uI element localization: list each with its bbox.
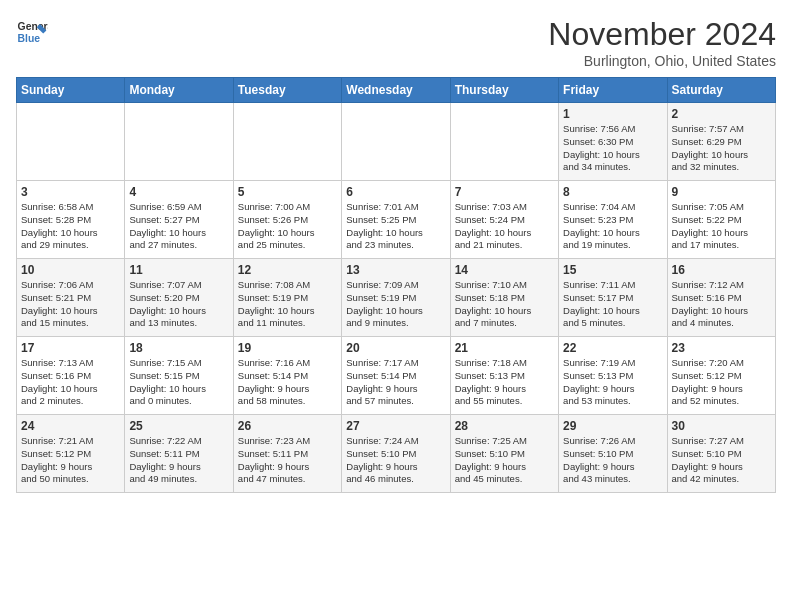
day-number: 5 xyxy=(238,185,337,199)
day-number: 13 xyxy=(346,263,445,277)
calendar-day-cell: 21Sunrise: 7:18 AM Sunset: 5:13 PM Dayli… xyxy=(450,337,558,415)
calendar-body: 1Sunrise: 7:56 AM Sunset: 6:30 PM Daylig… xyxy=(17,103,776,493)
day-info: Sunrise: 7:07 AM Sunset: 5:20 PM Dayligh… xyxy=(129,279,228,330)
day-number: 1 xyxy=(563,107,662,121)
day-info: Sunrise: 7:19 AM Sunset: 5:13 PM Dayligh… xyxy=(563,357,662,408)
day-number: 27 xyxy=(346,419,445,433)
day-number: 9 xyxy=(672,185,771,199)
day-of-week-header: Friday xyxy=(559,78,667,103)
day-number: 23 xyxy=(672,341,771,355)
day-number: 24 xyxy=(21,419,120,433)
day-info: Sunrise: 7:26 AM Sunset: 5:10 PM Dayligh… xyxy=(563,435,662,486)
day-number: 10 xyxy=(21,263,120,277)
day-number: 14 xyxy=(455,263,554,277)
day-info: Sunrise: 7:03 AM Sunset: 5:24 PM Dayligh… xyxy=(455,201,554,252)
day-info: Sunrise: 7:08 AM Sunset: 5:19 PM Dayligh… xyxy=(238,279,337,330)
calendar-table: SundayMondayTuesdayWednesdayThursdayFrid… xyxy=(16,77,776,493)
day-number: 19 xyxy=(238,341,337,355)
day-number: 7 xyxy=(455,185,554,199)
day-info: Sunrise: 7:01 AM Sunset: 5:25 PM Dayligh… xyxy=(346,201,445,252)
calendar-day-cell: 8Sunrise: 7:04 AM Sunset: 5:23 PM Daylig… xyxy=(559,181,667,259)
calendar-day-cell: 13Sunrise: 7:09 AM Sunset: 5:19 PM Dayli… xyxy=(342,259,450,337)
day-number: 11 xyxy=(129,263,228,277)
day-info: Sunrise: 7:10 AM Sunset: 5:18 PM Dayligh… xyxy=(455,279,554,330)
calendar-week-row: 3Sunrise: 6:58 AM Sunset: 5:28 PM Daylig… xyxy=(17,181,776,259)
calendar-day-cell xyxy=(342,103,450,181)
day-info: Sunrise: 7:00 AM Sunset: 5:26 PM Dayligh… xyxy=(238,201,337,252)
calendar-day-cell: 2Sunrise: 7:57 AM Sunset: 6:29 PM Daylig… xyxy=(667,103,775,181)
day-info: Sunrise: 7:25 AM Sunset: 5:10 PM Dayligh… xyxy=(455,435,554,486)
calendar-day-cell: 22Sunrise: 7:19 AM Sunset: 5:13 PM Dayli… xyxy=(559,337,667,415)
calendar-day-cell xyxy=(17,103,125,181)
day-info: Sunrise: 7:15 AM Sunset: 5:15 PM Dayligh… xyxy=(129,357,228,408)
day-number: 22 xyxy=(563,341,662,355)
title-section: November 2024 Burlington, Ohio, United S… xyxy=(548,16,776,69)
day-number: 12 xyxy=(238,263,337,277)
calendar-week-row: 1Sunrise: 7:56 AM Sunset: 6:30 PM Daylig… xyxy=(17,103,776,181)
day-number: 8 xyxy=(563,185,662,199)
calendar-day-cell: 23Sunrise: 7:20 AM Sunset: 5:12 PM Dayli… xyxy=(667,337,775,415)
day-number: 25 xyxy=(129,419,228,433)
day-number: 18 xyxy=(129,341,228,355)
logo: General Blue xyxy=(16,16,48,48)
calendar-day-cell: 12Sunrise: 7:08 AM Sunset: 5:19 PM Dayli… xyxy=(233,259,341,337)
location-subtitle: Burlington, Ohio, United States xyxy=(548,53,776,69)
day-number: 28 xyxy=(455,419,554,433)
day-of-week-header: Tuesday xyxy=(233,78,341,103)
day-info: Sunrise: 7:09 AM Sunset: 5:19 PM Dayligh… xyxy=(346,279,445,330)
calendar-day-cell: 27Sunrise: 7:24 AM Sunset: 5:10 PM Dayli… xyxy=(342,415,450,493)
calendar-day-cell: 10Sunrise: 7:06 AM Sunset: 5:21 PM Dayli… xyxy=(17,259,125,337)
day-number: 16 xyxy=(672,263,771,277)
calendar-day-cell: 29Sunrise: 7:26 AM Sunset: 5:10 PM Dayli… xyxy=(559,415,667,493)
day-info: Sunrise: 7:21 AM Sunset: 5:12 PM Dayligh… xyxy=(21,435,120,486)
day-info: Sunrise: 7:22 AM Sunset: 5:11 PM Dayligh… xyxy=(129,435,228,486)
day-number: 15 xyxy=(563,263,662,277)
day-info: Sunrise: 7:16 AM Sunset: 5:14 PM Dayligh… xyxy=(238,357,337,408)
day-of-week-header: Monday xyxy=(125,78,233,103)
day-number: 6 xyxy=(346,185,445,199)
day-of-week-header: Wednesday xyxy=(342,78,450,103)
calendar-day-cell: 24Sunrise: 7:21 AM Sunset: 5:12 PM Dayli… xyxy=(17,415,125,493)
calendar-day-cell: 20Sunrise: 7:17 AM Sunset: 5:14 PM Dayli… xyxy=(342,337,450,415)
calendar-day-cell: 7Sunrise: 7:03 AM Sunset: 5:24 PM Daylig… xyxy=(450,181,558,259)
day-info: Sunrise: 7:05 AM Sunset: 5:22 PM Dayligh… xyxy=(672,201,771,252)
day-info: Sunrise: 7:20 AM Sunset: 5:12 PM Dayligh… xyxy=(672,357,771,408)
calendar-day-cell: 6Sunrise: 7:01 AM Sunset: 5:25 PM Daylig… xyxy=(342,181,450,259)
day-number: 30 xyxy=(672,419,771,433)
day-info: Sunrise: 7:11 AM Sunset: 5:17 PM Dayligh… xyxy=(563,279,662,330)
calendar-day-cell: 3Sunrise: 6:58 AM Sunset: 5:28 PM Daylig… xyxy=(17,181,125,259)
day-number: 17 xyxy=(21,341,120,355)
calendar-day-cell: 4Sunrise: 6:59 AM Sunset: 5:27 PM Daylig… xyxy=(125,181,233,259)
day-of-week-header: Thursday xyxy=(450,78,558,103)
day-number: 29 xyxy=(563,419,662,433)
calendar-day-cell xyxy=(450,103,558,181)
day-number: 3 xyxy=(21,185,120,199)
day-of-week-header: Sunday xyxy=(17,78,125,103)
calendar-day-cell: 25Sunrise: 7:22 AM Sunset: 5:11 PM Dayli… xyxy=(125,415,233,493)
page-header: General Blue November 2024 Burlington, O… xyxy=(16,16,776,69)
day-info: Sunrise: 7:24 AM Sunset: 5:10 PM Dayligh… xyxy=(346,435,445,486)
day-info: Sunrise: 7:12 AM Sunset: 5:16 PM Dayligh… xyxy=(672,279,771,330)
calendar-day-cell xyxy=(233,103,341,181)
calendar-week-row: 24Sunrise: 7:21 AM Sunset: 5:12 PM Dayli… xyxy=(17,415,776,493)
calendar-header-row: SundayMondayTuesdayWednesdayThursdayFrid… xyxy=(17,78,776,103)
logo-icon: General Blue xyxy=(16,16,48,48)
day-info: Sunrise: 7:57 AM Sunset: 6:29 PM Dayligh… xyxy=(672,123,771,174)
day-number: 4 xyxy=(129,185,228,199)
calendar-day-cell: 11Sunrise: 7:07 AM Sunset: 5:20 PM Dayli… xyxy=(125,259,233,337)
calendar-day-cell: 17Sunrise: 7:13 AM Sunset: 5:16 PM Dayli… xyxy=(17,337,125,415)
calendar-day-cell: 14Sunrise: 7:10 AM Sunset: 5:18 PM Dayli… xyxy=(450,259,558,337)
day-info: Sunrise: 7:18 AM Sunset: 5:13 PM Dayligh… xyxy=(455,357,554,408)
day-number: 20 xyxy=(346,341,445,355)
day-info: Sunrise: 6:59 AM Sunset: 5:27 PM Dayligh… xyxy=(129,201,228,252)
calendar-week-row: 10Sunrise: 7:06 AM Sunset: 5:21 PM Dayli… xyxy=(17,259,776,337)
day-info: Sunrise: 7:23 AM Sunset: 5:11 PM Dayligh… xyxy=(238,435,337,486)
calendar-day-cell: 9Sunrise: 7:05 AM Sunset: 5:22 PM Daylig… xyxy=(667,181,775,259)
day-number: 2 xyxy=(672,107,771,121)
calendar-day-cell: 15Sunrise: 7:11 AM Sunset: 5:17 PM Dayli… xyxy=(559,259,667,337)
svg-text:Blue: Blue xyxy=(18,33,41,44)
day-info: Sunrise: 7:13 AM Sunset: 5:16 PM Dayligh… xyxy=(21,357,120,408)
calendar-day-cell xyxy=(125,103,233,181)
day-info: Sunrise: 7:04 AM Sunset: 5:23 PM Dayligh… xyxy=(563,201,662,252)
calendar-day-cell: 1Sunrise: 7:56 AM Sunset: 6:30 PM Daylig… xyxy=(559,103,667,181)
